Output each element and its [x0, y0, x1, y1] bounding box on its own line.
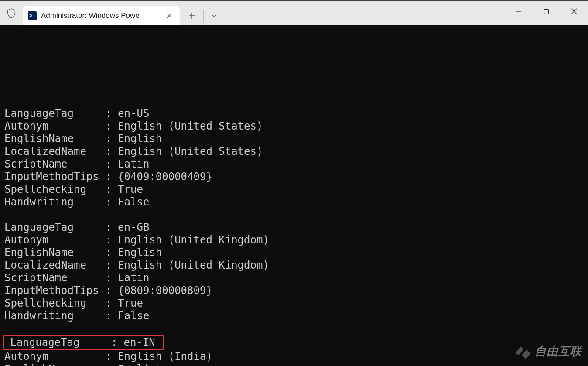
output-line: InputMethodTips : {0409:00000409}: [4, 171, 584, 183]
output-line: ScriptName : Latin: [4, 272, 584, 284]
output-line: EnglishName : English: [4, 133, 584, 145]
output-line: Autonym : English (India): [4, 350, 584, 363]
output-line: LanguageTag : en-US: [4, 107, 584, 120]
maximize-button[interactable]: [532, 1, 560, 22]
shield-icon: [0, 1, 23, 25]
tab-divider: [203, 10, 204, 23]
tab-title: Administrator: Windows Powe: [41, 11, 160, 20]
tab-close-button[interactable]: [164, 10, 174, 21]
close-button[interactable]: [560, 1, 588, 22]
output-line: Spellchecking : True: [4, 183, 584, 196]
highlight-annotation: LanguageTag : en-IN: [3, 335, 164, 350]
output-line: Handwriting : False: [4, 310, 584, 322]
output-line: ScriptName : Latin: [4, 158, 584, 171]
output-line: Handwriting : False: [4, 196, 584, 209]
output-line: InputMethodTips : {0809:00000809}: [4, 284, 584, 297]
output-line: LocalizedName : English (United Kingdom): [4, 259, 584, 272]
output-line: LocalizedName : English (United States): [4, 145, 584, 158]
powershell-icon: >_: [28, 11, 37, 20]
titlebar: >_ Administrator: Windows Powe: [0, 1, 588, 25]
svg-marker-9: [522, 349, 530, 359]
terminal-output[interactable]: LanguageTag : en-USAutonym : English (Un…: [0, 25, 588, 366]
new-tab-button[interactable]: [182, 6, 202, 25]
svg-rect-5: [544, 9, 548, 14]
active-tab[interactable]: >_ Administrator: Windows Powe: [23, 6, 180, 25]
output-line: Spellchecking : True: [4, 297, 584, 310]
output-line: LanguageTag : en-GB: [4, 221, 584, 234]
tab-dropdown-button[interactable]: [205, 6, 223, 25]
window-controls: [504, 1, 588, 22]
output-line: EnglishName : English: [4, 246, 584, 259]
watermark: 自由互联: [513, 342, 582, 361]
output-line: Autonym : English (United Kingdom): [4, 234, 584, 246]
output-line: LanguageTag : en-IN: [4, 335, 584, 350]
watermark-text: 自由互联: [535, 345, 582, 358]
svg-marker-8: [516, 346, 523, 355]
output-line: Autonym : English (United States): [4, 120, 584, 133]
output-line: EnglishName : English: [4, 363, 584, 366]
minimize-button[interactable]: [504, 1, 532, 22]
